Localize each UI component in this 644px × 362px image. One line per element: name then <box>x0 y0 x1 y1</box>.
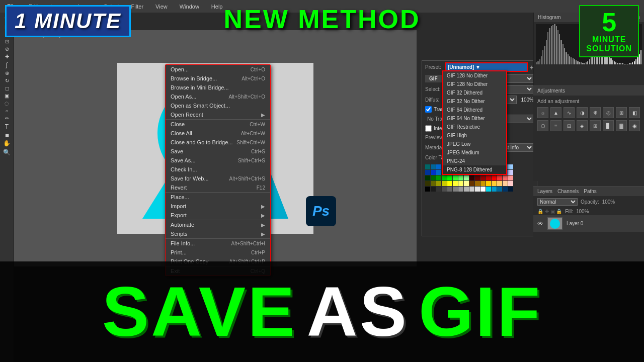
menu-file-info[interactable]: File Info... Alt+Shift+Ctrl+I <box>166 238 270 248</box>
layer-visibility-icon[interactable]: 👁 <box>537 220 543 227</box>
color-cell[interactable] <box>469 187 474 192</box>
menu-export[interactable]: Export ▶ <box>166 211 270 220</box>
tab-layers[interactable]: Layers <box>537 189 552 194</box>
eyedrop-tool[interactable]: ⊘ <box>5 46 9 52</box>
interlaced-checkbox[interactable] <box>425 125 432 132</box>
transparency-checkbox[interactable] <box>425 106 432 113</box>
jpeg-low[interactable]: JPEG Low <box>443 140 506 148</box>
color-cell[interactable] <box>431 175 436 180</box>
color-cell[interactable] <box>469 181 474 186</box>
color-cell[interactable] <box>480 181 486 186</box>
gif-restrictive[interactable]: GIF Restrictive <box>443 123 506 131</box>
brush-tool[interactable]: ∫ <box>6 61 8 68</box>
color-cell[interactable] <box>492 175 497 180</box>
menu-save-as[interactable]: Save As... Shift+Ctrl+S <box>166 156 270 165</box>
channel-mixer-icon[interactable]: ≡ <box>550 120 561 131</box>
color-cell[interactable] <box>508 187 513 192</box>
levels-icon[interactable]: ▲ <box>550 107 561 118</box>
color-cell[interactable] <box>436 181 441 186</box>
posterize-icon[interactable]: ⊞ <box>590 120 601 131</box>
menu-item-view[interactable]: View <box>152 3 171 11</box>
color-cell[interactable] <box>503 181 508 186</box>
color-cell[interactable] <box>425 164 430 169</box>
menu-close-goto-bridge[interactable]: Close and Go to Bridge... Shift+Ctrl+W <box>166 138 270 147</box>
color-cell[interactable] <box>431 181 436 186</box>
zoom-tool[interactable]: 🔍 <box>3 149 11 156</box>
menu-close[interactable]: Close Ctrl+W <box>166 119 270 129</box>
color-cell[interactable] <box>486 175 491 180</box>
menu-close-all[interactable]: Close All Alt+Ctrl+W <box>166 129 270 138</box>
menu-revert[interactable]: Revert F12 <box>166 183 270 192</box>
color-cell[interactable] <box>469 175 474 180</box>
hue-saturation-icon[interactable]: ◎ <box>603 107 614 118</box>
color-cell[interactable] <box>436 187 441 192</box>
color-cell[interactable] <box>475 181 480 186</box>
color-cell[interactable] <box>475 175 480 180</box>
menu-automate[interactable]: Automate ▶ <box>166 220 270 229</box>
color-cell[interactable] <box>453 175 458 180</box>
gradient-map-icon[interactable]: ▓ <box>616 120 627 131</box>
color-cell[interactable] <box>508 164 513 169</box>
jpeg-medium[interactable]: JPEG Medium <box>443 148 506 157</box>
selective-color-icon[interactable]: ◉ <box>629 120 640 131</box>
png-24[interactable]: PNG-24 <box>443 157 506 165</box>
color-cell[interactable] <box>425 170 430 175</box>
menu-print[interactable]: Print... Ctrl+P <box>166 248 270 257</box>
black-white-icon[interactable]: ◧ <box>629 107 640 118</box>
menu-open[interactable]: Open... Ctrl+O <box>166 65 270 74</box>
color-cell[interactable] <box>458 181 463 186</box>
color-cell[interactable] <box>486 181 491 186</box>
color-cell[interactable] <box>492 187 497 192</box>
menu-open-recent[interactable]: Open Recent ▶ <box>166 110 270 119</box>
color-cell[interactable] <box>480 187 486 192</box>
layer-0-row[interactable]: 👁 Layer 0 <box>533 215 644 232</box>
curves-icon[interactable]: ∿ <box>564 107 575 118</box>
blend-mode-select[interactable]: Normal <box>537 198 578 206</box>
color-cell[interactable] <box>480 175 486 180</box>
gif-32-dithered[interactable]: GIF 32 Dithered <box>443 88 506 97</box>
shape-tool[interactable]: ◼ <box>5 132 9 138</box>
menu-browse-bridge[interactable]: Browse in Bridge... Alt+Ctrl+O <box>166 74 270 83</box>
history-tool[interactable]: ↻ <box>5 78 9 83</box>
brightness-contrast-icon[interactable]: ☼ <box>537 107 548 118</box>
color-cell[interactable] <box>486 187 491 192</box>
color-cell[interactable] <box>436 170 441 175</box>
crop-tool[interactable]: ⊡ <box>5 39 9 44</box>
color-cell[interactable] <box>497 181 502 186</box>
text-tool[interactable]: T <box>5 123 9 130</box>
dodge-tool[interactable]: ○ <box>5 108 8 114</box>
color-cell[interactable] <box>464 187 469 192</box>
gif-64-dithered[interactable]: GIF 64 Dithered <box>443 106 506 114</box>
menu-item-window[interactable]: Window <box>177 3 202 11</box>
gif-128-no-dither-2[interactable]: GIF 128 No Dither <box>443 80 506 88</box>
color-cell[interactable] <box>425 181 430 186</box>
menu-open-smart[interactable]: Open as Smart Object... <box>166 101 270 110</box>
color-cell[interactable] <box>442 187 447 192</box>
color-cell[interactable] <box>442 181 447 186</box>
exposure-icon[interactable]: ◑ <box>577 107 588 118</box>
color-cell[interactable] <box>447 181 452 186</box>
menu-item-filter[interactable]: Filter <box>128 3 146 11</box>
menu-save[interactable]: Save Ctrl+S <box>166 147 270 156</box>
color-cell[interactable] <box>447 175 452 180</box>
gif-32-no-dither[interactable]: GIF 32 No Dither <box>443 97 506 106</box>
color-cell[interactable] <box>458 175 463 180</box>
color-cell[interactable] <box>425 187 430 192</box>
color-cell[interactable] <box>453 187 458 192</box>
menu-scripts[interactable]: Scripts ▶ <box>166 229 270 238</box>
menu-check-in[interactable]: Check In... <box>166 165 270 174</box>
gif-high[interactable]: GIF High <box>443 131 506 140</box>
color-cell[interactable] <box>436 175 441 180</box>
color-cell[interactable] <box>492 181 497 186</box>
threshold-icon[interactable]: ▊ <box>603 120 614 131</box>
color-cell[interactable] <box>497 175 502 180</box>
menu-import[interactable]: Import ▶ <box>166 202 270 211</box>
vibrance-icon[interactable]: ❋ <box>590 107 601 118</box>
menu-place[interactable]: Place... <box>166 192 270 202</box>
tab-paths[interactable]: Paths <box>584 189 597 194</box>
clone-tool[interactable]: ⊕ <box>5 70 9 76</box>
color-cell[interactable] <box>464 175 469 180</box>
menu-open-as[interactable]: Open As... Alt+Shift+Ctrl+O <box>166 92 270 101</box>
color-cell[interactable] <box>436 164 441 169</box>
color-cell[interactable] <box>475 187 480 192</box>
